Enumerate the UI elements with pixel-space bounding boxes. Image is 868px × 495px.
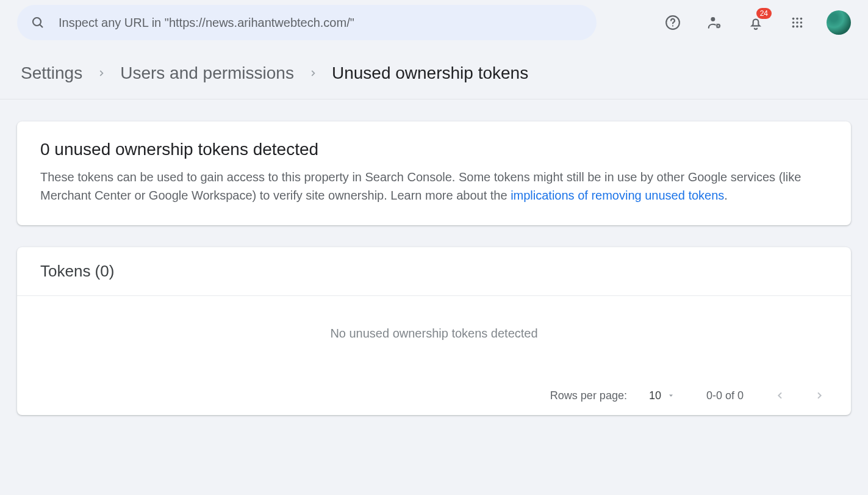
prev-page-button[interactable]	[773, 388, 787, 403]
breadcrumb-current: Unused ownership tokens	[332, 63, 528, 83]
svg-point-4	[711, 17, 715, 21]
avatar[interactable]	[827, 10, 851, 35]
content: 0 unused ownership tokens detected These…	[0, 99, 868, 459]
summary-body: These tokens can be used to gain access …	[40, 168, 828, 204]
svg-point-9	[792, 21, 795, 24]
chevron-right-icon	[97, 69, 106, 78]
search-icon	[30, 15, 45, 30]
tokens-header: Tokens (0)	[17, 247, 851, 296]
rows-value: 10	[649, 389, 661, 402]
tokens-empty-message: No unused ownership tokens detected	[17, 296, 851, 377]
rows-per-page-label: Rows per page:	[550, 389, 627, 402]
manage-users-icon[interactable]	[702, 10, 726, 35]
rows-per-page-select[interactable]: 10	[649, 389, 675, 402]
help-icon[interactable]	[661, 10, 685, 35]
search-input[interactable]	[59, 16, 583, 30]
implications-link[interactable]: implications of removing unused tokens	[511, 189, 724, 202]
svg-point-3	[672, 25, 673, 26]
breadcrumb-users-permissions[interactable]: Users and permissions	[120, 63, 294, 83]
svg-point-5	[717, 24, 719, 27]
svg-marker-15	[669, 395, 673, 397]
apps-icon[interactable]	[785, 10, 809, 35]
svg-point-12	[792, 26, 795, 28]
chevron-right-icon	[309, 69, 317, 78]
svg-point-10	[796, 21, 798, 24]
header-icons: 24	[636, 10, 851, 35]
search-container[interactable]	[17, 5, 597, 40]
paginator: Rows per page: 10 0-0 of 0	[17, 377, 851, 415]
breadcrumb-settings[interactable]: Settings	[21, 63, 82, 83]
notification-badge: 24	[756, 8, 772, 19]
svg-point-6	[792, 18, 795, 20]
summary-body-post: .	[724, 189, 728, 202]
triangle-down-icon	[667, 392, 675, 399]
svg-point-13	[796, 26, 798, 28]
svg-point-7	[796, 18, 798, 20]
svg-point-14	[800, 26, 803, 28]
svg-point-11	[800, 21, 803, 24]
summary-card: 0 unused ownership tokens detected These…	[17, 121, 851, 225]
breadcrumb: Settings Users and permissions Unused ow…	[0, 45, 868, 99]
range-label: 0-0 of 0	[706, 389, 744, 402]
svg-line-1	[40, 24, 43, 27]
summary-title: 0 unused ownership tokens detected	[40, 140, 828, 159]
svg-point-0	[33, 18, 41, 26]
notifications-icon[interactable]: 24	[744, 10, 768, 35]
next-page-button[interactable]	[812, 388, 827, 403]
top-bar: 24	[0, 0, 868, 45]
svg-point-8	[800, 18, 803, 20]
tokens-card: Tokens (0) No unused ownership tokens de…	[17, 247, 851, 415]
